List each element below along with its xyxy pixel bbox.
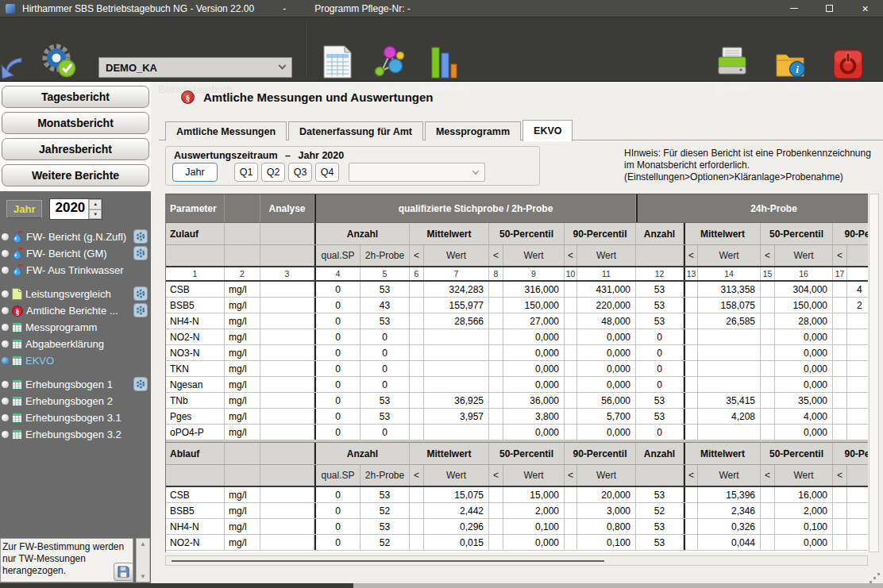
- table-row: CSBmg/l053324,283316,000431,00053313,358…: [166, 282, 868, 298]
- q2-button[interactable]: Q2: [261, 163, 285, 182]
- sidebar-item-amtliche-berichte[interactable]: §Amtliche Berichte ...: [0, 302, 151, 319]
- gear-icon[interactable]: [133, 246, 148, 260]
- horizontal-scrollbar[interactable]: [165, 555, 868, 566]
- sidebar-item-erhebungsbogen-3-1[interactable]: Erhebungsbogen 3.1: [0, 409, 151, 426]
- svg-text:§: §: [16, 306, 20, 315]
- berichte-button[interactable]: Berichte: [308, 40, 367, 94]
- database-select-value: DEMO_KA: [106, 62, 157, 74]
- table-cell: [847, 313, 868, 329]
- minimize-icon: [790, 8, 798, 9]
- auswertung-button[interactable]: Auswertung: [413, 40, 476, 94]
- gear-icon[interactable]: [133, 286, 148, 301]
- sidebar-item-fw-bericht-gm[interactable]: FW- Bericht (GM): [0, 245, 151, 262]
- table-cell: [847, 535, 868, 550]
- tab-ekvo[interactable]: EKVO: [522, 120, 573, 141]
- table-cell: NH4-N: [166, 313, 225, 329]
- close-button[interactable]: ×: [847, 0, 883, 17]
- table-cell: Wert: [698, 465, 761, 486]
- report-buttons-group: Tagesbericht Monatsbericht Jahresbericht…: [0, 82, 151, 191]
- tagesbericht-button[interactable]: Tagesbericht: [2, 86, 149, 108]
- scroll-down-icon[interactable]: ▼: [140, 573, 146, 580]
- sidebar-item-fw-bericht-g-n-zufl[interactable]: FW- Bericht (g.N.Zufl): [0, 229, 151, 245]
- table-cell: Pges: [166, 409, 225, 424]
- sidebar-item-leistungsvergleich[interactable]: Leistungsvergleich: [0, 286, 151, 302]
- sidebar-item-abgabeerkl-rung[interactable]: Abgabeerklärung: [0, 336, 151, 352]
- q3-button[interactable]: Q3: [288, 163, 312, 182]
- table-cell: [847, 425, 868, 440]
- table-cell: [410, 425, 424, 440]
- q4-button[interactable]: Q4: [315, 163, 339, 182]
- save-note-button[interactable]: [114, 563, 133, 581]
- jahr-value[interactable]: 2020: [50, 199, 88, 219]
- jahr-spinner[interactable]: 2020 ▲ ▼: [49, 198, 102, 220]
- gear-icon[interactable]: [133, 303, 148, 317]
- info-button[interactable]: i Info: [765, 40, 818, 94]
- table-cell: 0,000: [775, 361, 833, 376]
- table-cell: 150,000: [775, 298, 833, 313]
- drucken-button[interactable]: Drucken: [702, 40, 762, 94]
- table-cell: 10: [565, 267, 577, 280]
- table-cell: [833, 503, 847, 518]
- table-row: TNbmg/l05336,92536,00056,0005335,41535,0…: [166, 393, 868, 409]
- table-cell: 0: [636, 345, 684, 360]
- table-cell: [565, 409, 577, 424]
- scroll-up-icon[interactable]: ▲: [140, 540, 146, 548]
- database-select[interactable]: DEMO_KA: [98, 57, 292, 78]
- table-cell: [847, 393, 868, 408]
- beenden-button[interactable]: Beenden: [818, 40, 878, 94]
- table-cell: [847, 503, 868, 518]
- sidebar-item-erhebungsbogen-3-2[interactable]: Erhebungsbogen 3.2: [0, 426, 151, 443]
- weitere-berichte-button[interactable]: Weitere Berichte: [2, 164, 149, 186]
- minimize-button[interactable]: [776, 0, 812, 17]
- jahr-spin-up-icon[interactable]: ▲: [89, 199, 102, 209]
- table-cell: Analyse: [260, 194, 314, 222]
- note-scrollbar[interactable]: ▲ ▼: [136, 538, 150, 582]
- sidebar-item-messprogramm[interactable]: Messprogramm: [0, 319, 151, 336]
- sidebar-item-erhebungsbogen-1[interactable]: Erhebungsbogen 1: [0, 376, 151, 393]
- table-cell: 43: [361, 298, 410, 313]
- jahr-period-button[interactable]: Jahr: [172, 163, 218, 182]
- table-cell: 53: [361, 409, 410, 424]
- monatsbericht-button[interactable]: Monatsbericht: [2, 112, 149, 134]
- table-cell: [698, 377, 761, 392]
- table-cell: 0,326: [698, 519, 761, 534]
- table-cell: [847, 329, 868, 344]
- back-button[interactable]: [1, 53, 22, 86]
- tab-messprogramm[interactable]: Messprogramm: [425, 121, 521, 140]
- table-cell: NO2-N: [166, 329, 225, 344]
- gear-icon[interactable]: [133, 229, 148, 244]
- table-cell: [565, 361, 577, 376]
- maximize-button[interactable]: [812, 0, 847, 17]
- tab-datenerfassung-fuer-amt[interactable]: Datenerfassung für Amt: [288, 121, 423, 140]
- bottom-strip-light: [353, 583, 883, 588]
- table-cell: 0,000: [577, 361, 636, 376]
- table-cell: 0,100: [503, 519, 565, 534]
- table-cell: [260, 377, 314, 392]
- table-cell: [636, 245, 684, 266]
- table-cell: 0: [314, 345, 361, 360]
- horizontal-scrollbar-thumb[interactable]: [172, 560, 604, 562]
- vertical-scrollbar[interactable]: [869, 194, 879, 552]
- table-icon: [12, 355, 22, 366]
- sidebar-item-erhebungsbogen-2[interactable]: Erhebungsbogen 2: [0, 393, 151, 409]
- sidebar-item-fw-aus-trinkwasser[interactable]: FW- Aus Trinkwasser: [0, 262, 151, 279]
- gear-icon[interactable]: [133, 377, 148, 391]
- water-drop-icon: [12, 264, 23, 276]
- table-cell: 158,075: [698, 298, 761, 313]
- sidebar-item-ekvo[interactable]: EKVO: [0, 352, 151, 369]
- resize-grip-icon[interactable]: [873, 577, 876, 579]
- jahr-spin-down-icon[interactable]: ▼: [89, 209, 102, 220]
- table-cell: [410, 535, 424, 550]
- table-cell: 0: [314, 425, 361, 440]
- window-title: Hirthammer SBS Betriebstagebuch NG - Ver…: [22, 3, 254, 14]
- table-cell: [684, 409, 698, 424]
- q1-button[interactable]: Q1: [234, 163, 258, 182]
- bullet-icon: [2, 307, 9, 314]
- tab-amtliche-messungen[interactable]: Amtliche Messungen: [165, 121, 287, 140]
- extras-button[interactable]: Extras: [365, 40, 411, 94]
- table-cell: NO3-N: [166, 345, 225, 360]
- jahresbericht-button[interactable]: Jahresbericht: [2, 138, 149, 160]
- table-cell: [260, 361, 314, 376]
- period-dropdown[interactable]: [349, 163, 485, 182]
- jahr-selector: Jahr 2020 ▲ ▼: [6, 198, 151, 220]
